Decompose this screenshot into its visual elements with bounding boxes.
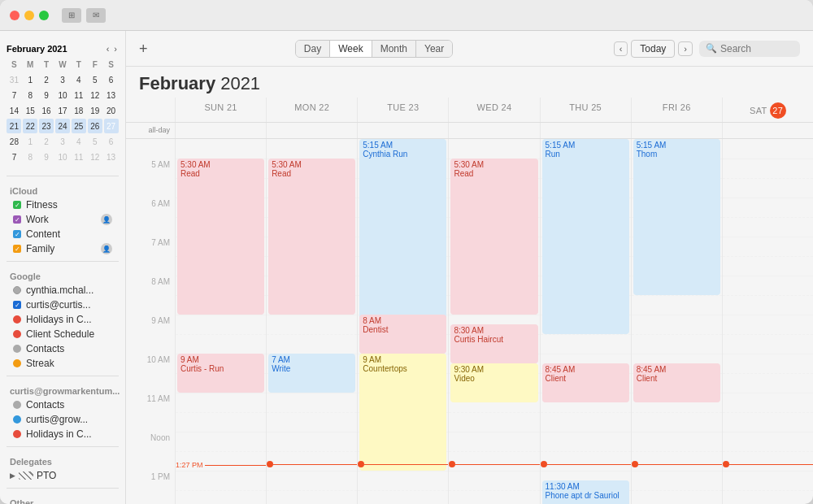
sidebar-item-content[interactable]: ✓ Content (3, 227, 122, 241)
maximize-button[interactable] (39, 11, 49, 20)
sidebar-item-holidays[interactable]: Holidays in C... (3, 312, 122, 327)
mini-cal-day[interactable]: 31 (7, 72, 21, 87)
mini-cal-day[interactable]: 17 (55, 103, 70, 118)
mini-cal-day[interactable]: 15 (23, 103, 37, 118)
holidays-gm-checkbox[interactable] (13, 430, 21, 438)
mini-cal-day[interactable]: 9 (39, 150, 54, 164)
event-th1[interactable]: 5:15 AMRun (542, 139, 629, 334)
event-w3[interactable]: 9:30 AMVideo (450, 363, 537, 402)
mini-cal-prev[interactable]: ‹ (105, 44, 111, 54)
mini-cal-day[interactable]: 14 (7, 103, 21, 118)
close-button[interactable] (10, 11, 20, 20)
fitness-checkbox[interactable]: ✓ (13, 201, 21, 209)
mini-cal-day[interactable]: 6 (104, 72, 119, 87)
delegates-pto[interactable]: ▶ PTO (0, 468, 125, 483)
mini-cal-day[interactable]: 3 (55, 134, 70, 149)
mini-cal-day[interactable]: 25 (72, 119, 86, 133)
mini-cal-day[interactable]: 4 (72, 72, 86, 87)
nav-next-button[interactable]: › (678, 41, 693, 56)
mini-cal-day[interactable]: 5 (88, 72, 102, 87)
mini-cal-day[interactable]: 24 (55, 119, 70, 133)
mini-cal-day[interactable]: 18 (72, 103, 86, 118)
add-event-button[interactable]: + (139, 41, 148, 56)
mini-cal-day[interactable]: 12 (88, 88, 102, 102)
mini-cal-day[interactable]: 13 (104, 88, 119, 102)
mini-cal-day[interactable]: 16 (39, 103, 54, 118)
streak-checkbox[interactable] (13, 359, 21, 367)
mini-cal-day[interactable]: 21 (7, 119, 21, 133)
nav-prev-button[interactable]: ‹ (614, 41, 628, 56)
mini-cal-day[interactable]: 26 (88, 119, 102, 133)
holidays-checkbox[interactable] (13, 315, 21, 324)
mini-cal-day[interactable]: 28 (7, 134, 21, 149)
curtis-checkbox[interactable]: ✓ (13, 301, 21, 309)
mail-icon[interactable]: ✉ (86, 8, 106, 23)
mini-cal-day[interactable]: 2 (39, 134, 54, 149)
mini-cal-day[interactable]: 7 (7, 150, 21, 164)
mini-cal-day[interactable]: 19 (88, 103, 102, 118)
event-w2[interactable]: 8:30 AMCurtis Haircut (450, 324, 537, 363)
event-m1[interactable]: 5:30 AMRead (268, 159, 355, 315)
mini-cal-day[interactable]: 4 (72, 134, 86, 149)
sidebar-item-contacts-google[interactable]: Contacts (3, 341, 122, 356)
sidebar-item-curtis-google[interactable]: ✓ curtis@curtis... (3, 298, 122, 312)
event-f2[interactable]: 8:45 AMClient (633, 363, 720, 402)
event-s1[interactable]: 5:30 AMRead (177, 159, 264, 315)
mini-cal-day[interactable]: 7 (7, 88, 21, 102)
sidebar-item-cynthia[interactable]: cynthia.mchal... (3, 283, 122, 298)
tab-month[interactable]: Month (372, 41, 416, 57)
event-m2[interactable]: 7 AMWrite (268, 354, 355, 393)
minimize-button[interactable] (24, 11, 34, 20)
mini-cal-day[interactable]: 12 (88, 150, 102, 164)
mini-cal-day[interactable]: 10 (55, 88, 70, 102)
today-button[interactable]: Today (631, 40, 675, 58)
sidebar-item-curtis-gm[interactable]: curtis@grow... (3, 412, 122, 427)
grid-icon[interactable]: ⊞ (62, 8, 81, 23)
event-s2[interactable]: 9 AMCurtis - Run (177, 354, 264, 393)
sidebar-item-streak[interactable]: Streak (3, 356, 122, 371)
mini-cal-day[interactable]: 1 (23, 72, 37, 87)
tab-year[interactable]: Year (416, 41, 452, 57)
event-t1[interactable]: 5:15 AMCynthia Run (359, 139, 446, 334)
mini-cal-next[interactable]: › (112, 44, 119, 54)
mini-cal-day[interactable]: 20 (104, 103, 119, 118)
mini-cal-day[interactable]: 9 (39, 88, 54, 102)
mini-cal-day[interactable]: 13 (104, 150, 119, 164)
event-th3[interactable]: 11:30 AMPhone apt dr Sauriol (542, 480, 629, 504)
curtis-gm-checkbox[interactable] (13, 415, 21, 424)
sidebar-item-family[interactable]: ✓ Family 👤 (3, 241, 122, 256)
work-checkbox[interactable]: ✓ (13, 215, 21, 224)
event-w1[interactable]: 5:30 AMRead (450, 159, 537, 315)
mini-cal-day[interactable]: 11 (72, 150, 86, 164)
mini-cal-day[interactable]: 11 (72, 88, 86, 102)
mini-cal-day[interactable]: 23 (39, 119, 54, 133)
tab-day[interactable]: Day (296, 41, 330, 57)
sidebar-item-holidays-gm[interactable]: Holidays in C... (3, 427, 122, 441)
search-input[interactable] (720, 43, 793, 54)
mini-cal-day[interactable]: 6 (104, 134, 119, 149)
mini-cal-day[interactable]: 27 (104, 119, 119, 133)
mini-cal-day[interactable]: 10 (55, 150, 70, 164)
mini-cal-day[interactable]: 1 (23, 134, 37, 149)
event-t2[interactable]: 8 AMDentist (359, 315, 446, 354)
mini-cal-nav[interactable]: ‹ › (105, 44, 119, 54)
family-checkbox[interactable]: ✓ (13, 245, 21, 253)
sidebar-item-work[interactable]: ✓ Work 👤 (3, 212, 122, 227)
event-th2[interactable]: 8:45 AMClient (542, 363, 629, 402)
event-t3[interactable]: 9 AMCountertops (359, 354, 446, 471)
sidebar-item-fitness[interactable]: ✓ Fitness (3, 198, 122, 212)
content-checkbox[interactable]: ✓ (13, 230, 21, 238)
sidebar-item-contacts-gm[interactable]: Contacts (3, 398, 122, 412)
mini-cal-day[interactable]: 8 (23, 150, 37, 164)
contacts-google-checkbox[interactable] (13, 345, 21, 353)
mini-cal-day[interactable]: 8 (23, 88, 37, 102)
mini-cal-day[interactable]: 3 (55, 72, 70, 87)
contacts-gm-checkbox[interactable] (13, 401, 21, 409)
mini-cal-day[interactable]: 5 (88, 134, 102, 149)
mini-cal-day[interactable]: 22 (23, 119, 37, 133)
mini-cal-day[interactable]: 2 (39, 72, 54, 87)
tab-week[interactable]: Week (330, 41, 372, 57)
sidebar-item-client-schedule[interactable]: Client Schedule (3, 327, 122, 341)
event-f1[interactable]: 5:15 AMThom (633, 139, 720, 295)
cynthia-checkbox[interactable] (13, 286, 21, 294)
